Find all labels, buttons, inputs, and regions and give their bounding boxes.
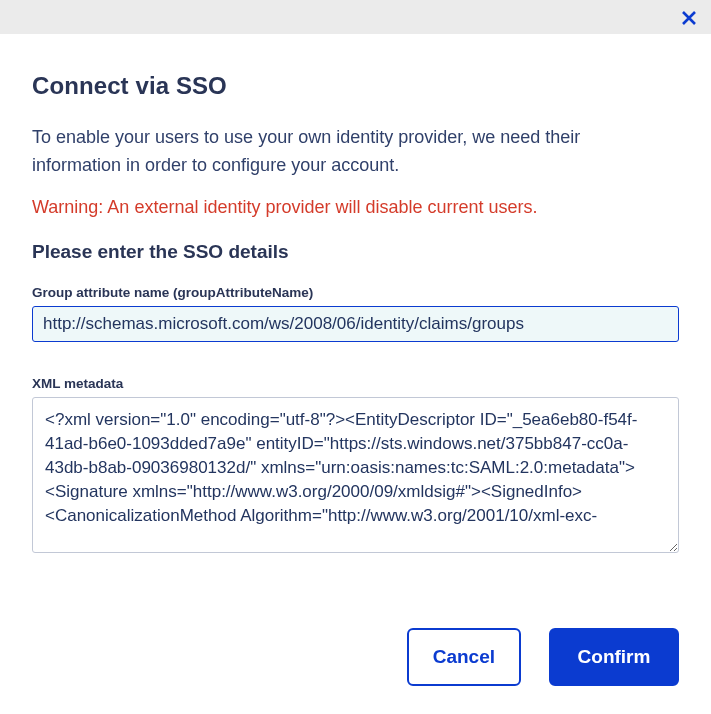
dialog-titlebar (0, 0, 711, 34)
dialog-content: Connect via SSO To enable your users to … (0, 34, 711, 602)
close-button[interactable] (677, 6, 701, 30)
dialog-title: Connect via SSO (32, 72, 679, 100)
dialog-description: To enable your users to use your own ide… (32, 124, 652, 180)
dialog-footer: Cancel Confirm (0, 602, 711, 714)
dialog-subheading: Please enter the SSO details (32, 241, 679, 263)
xml-metadata-label: XML metadata (32, 376, 679, 391)
confirm-button[interactable]: Confirm (549, 628, 679, 686)
group-attribute-name-input[interactable] (32, 306, 679, 342)
sso-connect-dialog: Connect via SSO To enable your users to … (0, 0, 711, 714)
cancel-button[interactable]: Cancel (407, 628, 521, 686)
group-attribute-name-label: Group attribute name (groupAttributeName… (32, 285, 679, 300)
dialog-warning: Warning: An external identity provider w… (32, 194, 679, 221)
close-icon (680, 9, 698, 27)
xml-metadata-input[interactable] (32, 397, 679, 553)
